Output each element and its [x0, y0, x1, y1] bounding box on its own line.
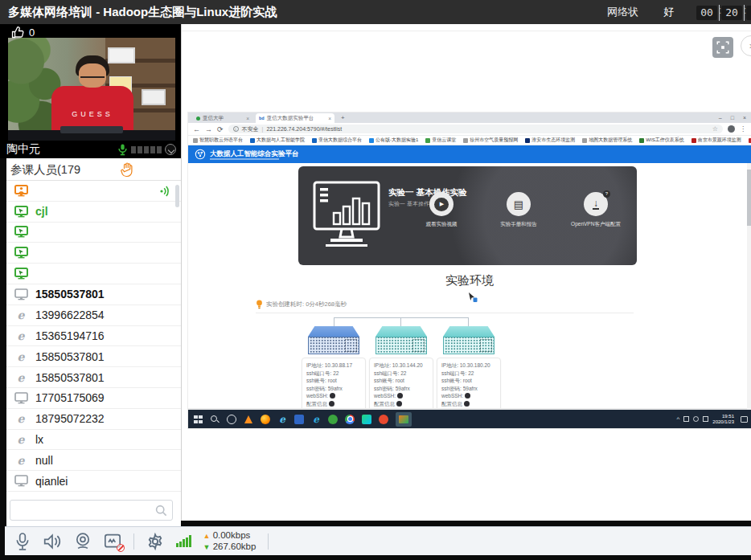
tab-close-icon[interactable]: ×	[246, 116, 249, 121]
tray-network-icon[interactable]	[683, 416, 689, 422]
participant-row[interactable]: 17705175069	[6, 388, 181, 409]
taskbar-vlc-icon[interactable]	[244, 415, 253, 424]
participant-row[interactable]: enull	[6, 450, 181, 471]
writing-pad-disabled-button[interactable]	[104, 533, 121, 550]
bookmark-item[interactable]: 亚信云课堂	[425, 137, 456, 144]
participant-row[interactable]	[6, 223, 181, 243]
toolbar-divider	[268, 533, 269, 550]
raise-hand-icon[interactable]	[121, 162, 133, 181]
config-info-icon[interactable]	[329, 401, 334, 407]
bookmark-item[interactable]: 智慧职教云外语平台	[193, 137, 243, 144]
bookmarks-bar: 智慧职教云外语平台大数据与人工智能学院亚信大数据综合平台公有版-大数据实验1亚信…	[188, 136, 751, 145]
tab-close-icon[interactable]: ×	[328, 116, 331, 121]
browser-tab-inactive[interactable]: 亚信大学 ×	[193, 113, 252, 123]
browser-menu-icon[interactable]: ⋮	[740, 125, 746, 133]
tray-expand-icon[interactable]: ^	[677, 416, 680, 423]
participant-row[interactable]: qianlei	[6, 471, 181, 492]
browser-tab-strip: 亚信大学 × bd 亚信大数据实验平台 × + –□×	[188, 112, 751, 123]
bookmark-favicon	[250, 138, 255, 143]
participant-row[interactable]	[6, 264, 181, 284]
search-input[interactable]	[15, 503, 144, 517]
chevron-down-icon[interactable]	[165, 144, 176, 155]
taskbar-start-icon[interactable]	[193, 415, 203, 424]
bookmark-item[interactable]: WIS工作仪表系统	[639, 137, 683, 144]
config-info-icon[interactable]	[396, 401, 402, 407]
server-group: IP地址: 10.30.180.20ssh端口号: 22ssh账号: roots…	[435, 326, 503, 410]
browser-tab-active[interactable]: bd 亚信大数据实验平台 ×	[256, 113, 334, 123]
forward-icon[interactable]: →	[205, 125, 212, 133]
webcam-button[interactable]	[74, 532, 92, 550]
action-book-button[interactable]: 实验手册和报告	[489, 192, 548, 228]
new-tab-button[interactable]: +	[341, 112, 345, 123]
reload-icon[interactable]: ⟳	[217, 125, 224, 133]
ie-icon: e	[14, 309, 28, 321]
participant-row[interactable]	[6, 181, 181, 202]
action-play-button[interactable]: 观看实验视频	[412, 192, 471, 228]
webssh-icon[interactable]	[330, 393, 335, 399]
taskbar-cortana-icon[interactable]	[227, 415, 236, 424]
address-bar[interactable]: 不安全 | 221.226.74.204:5790/#/testlist ☆	[228, 125, 723, 133]
bookmark-item[interactable]: 地图大数据管理系统	[582, 137, 632, 144]
participant-row[interactable]: cjl	[6, 202, 181, 223]
window-controls[interactable]: –□×	[719, 112, 746, 123]
participant-name: 15850537801	[35, 288, 105, 300]
disabled-badge-icon	[117, 544, 125, 552]
webssh-icon[interactable]	[397, 393, 403, 399]
taskbar-edge-icon[interactable]	[311, 415, 321, 424]
back-icon[interactable]: ←	[193, 125, 200, 133]
bookmark-item[interactable]: 南京市景观环境监测	[691, 137, 741, 144]
microphone-button[interactable]	[14, 532, 31, 551]
video-frame: GUESS	[8, 38, 175, 141]
bookmark-favicon	[312, 138, 317, 143]
participant-row[interactable]: e13996622854	[6, 305, 181, 326]
server-row: IP地址: 10.30.88.17ssh端口号: 22ssh账号: rootss…	[300, 326, 503, 410]
site-header: 大数据人工智能综合实验平台	[188, 145, 751, 163]
participant-row[interactable]: elx	[6, 430, 181, 451]
webssh-icon[interactable]	[465, 393, 470, 399]
security-label: 不安全	[242, 125, 259, 133]
taskbar-blue-app-icon[interactable]	[294, 415, 304, 424]
taskbar-red-app-icon[interactable]	[379, 415, 388, 424]
participant-row[interactable]	[6, 243, 181, 264]
presenter-mic-icon[interactable]	[117, 143, 128, 156]
bookmark-favicon	[193, 138, 198, 143]
participant-row[interactable]: 15850537801	[6, 284, 181, 305]
collapse-sidebar-button[interactable]: ›	[741, 35, 751, 56]
participants-scrollbar[interactable]	[175, 185, 179, 207]
bookmark-star-icon[interactable]: ☆	[712, 125, 718, 133]
profile-avatar[interactable]	[728, 125, 735, 133]
search-icon[interactable]	[155, 505, 167, 520]
taskbar-ie-icon[interactable]	[277, 415, 287, 424]
bookmark-item[interactable]: 大数据与人工智能学院	[250, 137, 305, 144]
bookmark-item[interactable]: 公有版-大数据实验1	[369, 137, 418, 144]
bookmark-item[interactable]: 徐州市空气质量预报网	[463, 137, 518, 144]
tray-display-icon[interactable]	[703, 416, 708, 422]
tray-sound-icon[interactable]	[693, 416, 699, 422]
like-counter[interactable]: 0	[11, 27, 35, 39]
server-graphic	[443, 326, 495, 354]
speaker-button[interactable]	[43, 533, 62, 550]
page-scrollbar[interactable]	[747, 163, 751, 410]
config-info-icon[interactable]	[464, 401, 470, 407]
participant-row[interactable]: e15850537801	[6, 346, 181, 367]
taskbar-green-app-icon[interactable]	[328, 415, 338, 424]
url-text: 221.226.74.204:5790/#/testlist	[266, 126, 342, 132]
maximize-icon: □	[731, 115, 734, 121]
taskbar-pycharm-icon[interactable]	[362, 415, 371, 424]
monitor-gray-icon	[14, 288, 28, 300]
action-center-icon[interactable]	[741, 416, 748, 423]
taskbar-active-app-icon[interactable]	[396, 412, 412, 427]
taskbar-chrome-icon[interactable]	[345, 415, 355, 424]
settings-button[interactable]	[146, 533, 164, 550]
taskbar-firefox-icon[interactable]	[261, 415, 270, 424]
taskbar-search-icon[interactable]	[210, 415, 220, 424]
bookmark-item[interactable]: 亚信大数据综合平台	[312, 137, 362, 144]
presenter-video: 0 GUESS	[0, 24, 181, 141]
taskbar-clock[interactable]: 19:51 2020/1/23	[712, 414, 734, 425]
participant-row[interactable]: e15850537801	[6, 367, 181, 388]
participant-row[interactable]: e15365194716	[6, 326, 181, 347]
fullscreen-button[interactable]	[712, 37, 733, 58]
participant-row[interactable]: e18795072232	[6, 409, 181, 430]
bookmark-item[interactable]: 淮安市生态环境监测	[525, 137, 575, 144]
action-download-button[interactable]: ?OpenVPN客户端配置	[566, 192, 626, 228]
